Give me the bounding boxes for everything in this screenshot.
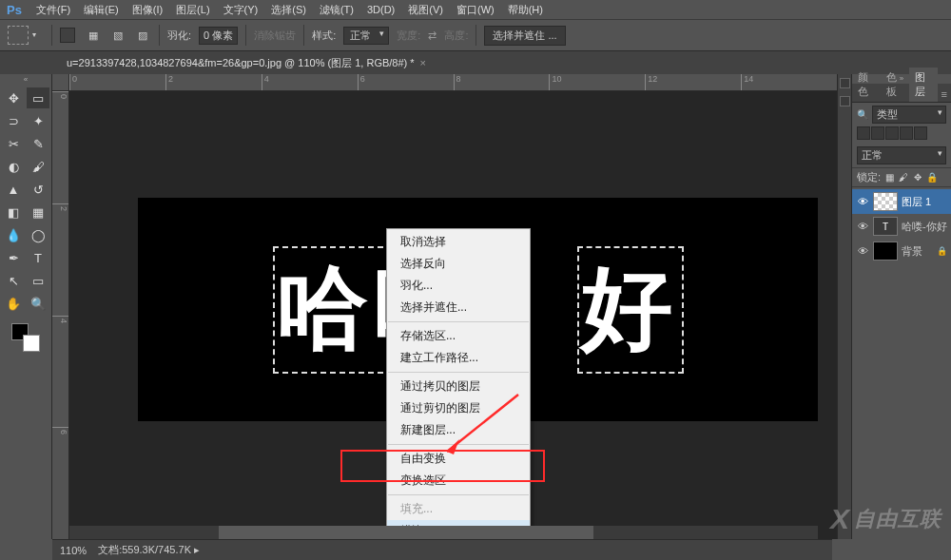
marquee-tool-icon[interactable]: ▭ (27, 87, 49, 108)
background-swatch[interactable] (23, 335, 40, 352)
panel-icon[interactable] (840, 96, 850, 106)
filter-smart-icon[interactable] (914, 126, 927, 140)
menu-edit[interactable]: 编辑(E) (78, 1, 125, 19)
tab-swatches[interactable]: 色板 (881, 68, 909, 102)
menu-layer[interactable]: 图层(L) (170, 1, 215, 19)
history-brush-tool-icon[interactable]: ↺ (27, 179, 49, 200)
layer-thumb[interactable] (873, 241, 898, 261)
visibility-icon[interactable]: 👁 (856, 221, 869, 232)
type-tool-icon[interactable]: T (27, 247, 49, 268)
magic-wand-tool-icon[interactable]: ✦ (27, 110, 49, 131)
document-tab[interactable]: u=2913397428,1034827694&fm=26&gp=0.jpg @… (59, 53, 434, 73)
menu-help[interactable]: 帮助(H) (502, 1, 549, 19)
shape-tool-icon[interactable]: ▭ (27, 270, 49, 291)
hand-tool-icon[interactable]: ✋ (2, 293, 25, 314)
layer-name[interactable]: 哈喽-你好 (902, 220, 947, 234)
menu-3d[interactable]: 3D(D) (361, 2, 400, 17)
horizontal-scrollbar[interactable] (69, 526, 818, 539)
gradient-tool-icon[interactable]: ▦ (27, 202, 49, 222)
menu-file[interactable]: 文件(F) (30, 1, 76, 19)
lock-all-icon[interactable]: 🔒 (926, 172, 938, 183)
filter-type-icon[interactable] (885, 126, 899, 140)
lock-icon: 🔒 (937, 246, 947, 256)
layer-thumb-type-icon[interactable]: T (873, 217, 898, 236)
new-selection-icon[interactable] (60, 28, 75, 43)
visibility-icon[interactable]: 👁 (856, 196, 869, 207)
visibility-icon[interactable]: 👁 (856, 245, 869, 257)
horizontal-ruler[interactable]: 02468101214 (69, 74, 837, 91)
scrollbar-thumb[interactable] (219, 526, 593, 539)
eyedropper-tool-icon[interactable]: ✎ (27, 133, 49, 154)
ctx-inverse[interactable]: 选择反向 (387, 253, 530, 275)
menu-filter[interactable]: 滤镜(T) (314, 1, 359, 19)
tab-layers[interactable]: 图层 (909, 68, 938, 102)
ctx-make-workpath[interactable]: 建立工作路径... (387, 347, 530, 369)
width-label: 宽度: (397, 29, 420, 43)
panel-menu-icon[interactable]: ≡ (938, 87, 951, 102)
panel-icon[interactable] (840, 78, 850, 88)
dodge-tool-icon[interactable]: ◯ (27, 224, 49, 245)
divider (159, 25, 160, 46)
layer-name[interactable]: 图层 1 (902, 195, 931, 209)
layer-name[interactable]: 背景 (902, 244, 922, 259)
menu-view[interactable]: 视图(V) (402, 1, 449, 19)
close-tab-icon[interactable]: × (420, 57, 426, 68)
pen-tool-icon[interactable]: ✒ (2, 247, 25, 268)
ctx-layer-via-cut[interactable]: 通过剪切的图层 (387, 397, 530, 419)
subtract-selection-icon[interactable]: ▧ (109, 27, 126, 44)
move-tool-icon[interactable]: ✥ (2, 87, 25, 108)
lock-transparent-icon[interactable]: ▦ (883, 172, 895, 183)
stamp-tool-icon[interactable]: ▲ (2, 179, 25, 200)
layer-row[interactable]: 👁 T 哈喽-你好 (852, 214, 951, 239)
ctx-select-mask[interactable]: 选择并遮住... (387, 297, 530, 319)
layer-thumb[interactable] (873, 192, 898, 211)
zoom-level[interactable]: 110% (60, 545, 87, 556)
ctx-deselect[interactable]: 取消选择 (387, 231, 530, 253)
layer-row[interactable]: 👁 背景 🔒 (852, 239, 951, 263)
lock-image-icon[interactable]: 🖌 (898, 172, 909, 183)
layer-kind-select[interactable]: 类型 (872, 106, 946, 124)
eraser-tool-icon[interactable]: ◧ (2, 202, 25, 222)
layer-filters (852, 126, 951, 144)
panel-tabs: 颜色 色板 图层 ≡ (852, 84, 951, 103)
layers-list: 👁 图层 1 👁 T 哈喽-你好 👁 背景 🔒 (852, 187, 951, 539)
blur-tool-icon[interactable]: 💧 (2, 224, 25, 245)
menu-image[interactable]: 图像(I) (126, 1, 168, 19)
tab-color[interactable]: 颜色 (852, 68, 881, 102)
active-tool-marquee-icon[interactable] (8, 26, 29, 45)
menu-select[interactable]: 选择(S) (265, 1, 312, 19)
healing-brush-tool-icon[interactable]: ◐ (2, 156, 25, 177)
height-label: 高度: (444, 29, 468, 43)
style-select[interactable]: 正常 (343, 27, 389, 45)
filter-shape-icon[interactable] (900, 126, 913, 140)
select-and-mask-button[interactable]: 选择并遮住 ... (484, 26, 565, 46)
ctx-feather[interactable]: 羽化... (387, 275, 530, 297)
brush-tool-icon[interactable]: 🖌 (27, 156, 49, 177)
crop-tool-icon[interactable]: ✂ (2, 133, 25, 154)
panel-dock[interactable] (837, 74, 851, 539)
add-selection-icon[interactable]: ▦ (85, 27, 102, 44)
menu-window[interactable]: 窗口(W) (451, 1, 500, 19)
layer-row[interactable]: 👁 图层 1 (852, 189, 951, 214)
blend-mode-select[interactable]: 正常 (857, 146, 946, 164)
lasso-tool-icon[interactable]: ⊃ (2, 110, 25, 131)
lock-position-icon[interactable]: ✥ (912, 172, 923, 183)
feather-value[interactable]: 0 像素 (199, 27, 238, 45)
filter-adjust-icon[interactable] (871, 126, 884, 140)
ruler-origin[interactable] (52, 74, 69, 91)
ctx-fill: 填充... (387, 498, 530, 520)
zoom-tool-icon[interactable]: 🔍 (27, 293, 49, 314)
ctx-transform-selection[interactable]: 变换选区 (387, 470, 530, 492)
path-select-tool-icon[interactable]: ↖ (2, 270, 25, 291)
color-swatches[interactable] (11, 323, 40, 352)
app-logo: Ps (6, 1, 23, 18)
ctx-save-selection[interactable]: 存储选区... (387, 325, 530, 347)
ctx-new-layer[interactable]: 新建图层... (387, 419, 530, 441)
filter-pixel-icon[interactable] (857, 126, 870, 140)
ctx-free-transform[interactable]: 自由变换 (387, 448, 530, 470)
vertical-ruler[interactable]: 0246 (52, 91, 69, 539)
intersect-selection-icon[interactable]: ▨ (134, 27, 151, 44)
collapse-toolbox-icon[interactable]: « (0, 76, 51, 86)
menu-type[interactable]: 文字(Y) (218, 1, 264, 19)
ctx-layer-via-copy[interactable]: 通过拷贝的图层 (387, 376, 530, 397)
